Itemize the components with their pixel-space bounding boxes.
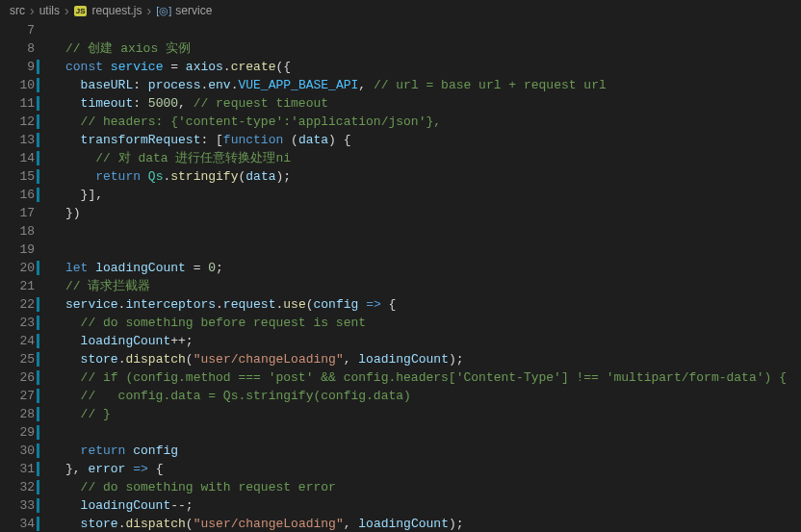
code-line: service.interceptors.request.use(config … <box>48 295 801 314</box>
breadcrumb-item[interactable]: JS request.js <box>74 4 142 17</box>
code-line: timeout: 5000, // request timeout <box>48 94 801 113</box>
code-line: }) <box>48 204 801 222</box>
code-line: // config.data = Qs.stringify(config.dat… <box>48 387 801 405</box>
code-line: // headers: {'content-type':'application… <box>48 113 801 131</box>
code-line: let loadingCount = 0; <box>48 259 801 277</box>
chevron-right-icon: › <box>65 3 69 18</box>
breadcrumb-symbol: service <box>175 4 212 17</box>
code-line <box>48 423 801 442</box>
code-line: baseURL: process.env.VUE_APP_BASE_API, /… <box>48 76 801 94</box>
chevron-right-icon: › <box>30 3 35 18</box>
code-line: transformRequest: [function (data) { <box>48 131 801 149</box>
code-line <box>48 21 801 39</box>
code-line: store.dispatch("user/changeLoading", loa… <box>48 515 801 532</box>
breadcrumb-file: request.js <box>91 4 142 17</box>
code-line: // 创建 axios 实例 <box>48 39 801 58</box>
code-line: // } <box>48 405 801 423</box>
symbol-icon: [◎] <box>156 5 171 17</box>
code-line: // do something with request error <box>48 478 801 496</box>
code-line: loadingCount--; <box>48 496 801 515</box>
js-file-icon: JS <box>74 6 88 16</box>
chevron-right-icon: › <box>147 3 152 18</box>
code-content[interactable]: // 创建 axios 实例 const service = axios.cre… <box>48 21 801 532</box>
code-line: return Qs.stringify(data); <box>48 167 801 186</box>
code-line: // 请求拦截器 <box>48 277 801 295</box>
code-editor[interactable]: 7891011121314151617181920212223242526272… <box>0 21 801 532</box>
code-line: }], <box>48 186 801 204</box>
code-line <box>48 241 801 259</box>
code-line: }, error => { <box>48 460 801 478</box>
line-gutter: 7891011121314151617181920212223242526272… <box>0 21 48 532</box>
code-line: // if (config.method === 'post' && confi… <box>48 368 801 387</box>
code-line: // 对 data 进行任意转换处理ni <box>48 149 801 167</box>
code-line: loadingCount++; <box>48 332 801 350</box>
code-line: // do something before request is sent <box>48 314 801 332</box>
code-line: return config <box>48 442 801 460</box>
breadcrumb-item[interactable]: [◎] service <box>156 4 212 17</box>
breadcrumb[interactable]: src › utils › JS request.js › [◎] servic… <box>0 0 801 21</box>
code-line <box>48 222 801 241</box>
code-line: const service = axios.create({ <box>48 58 801 76</box>
breadcrumb-item[interactable]: utils <box>39 4 60 17</box>
code-line: store.dispatch("user/changeLoading", loa… <box>48 350 801 368</box>
breadcrumb-item[interactable]: src <box>10 4 25 17</box>
